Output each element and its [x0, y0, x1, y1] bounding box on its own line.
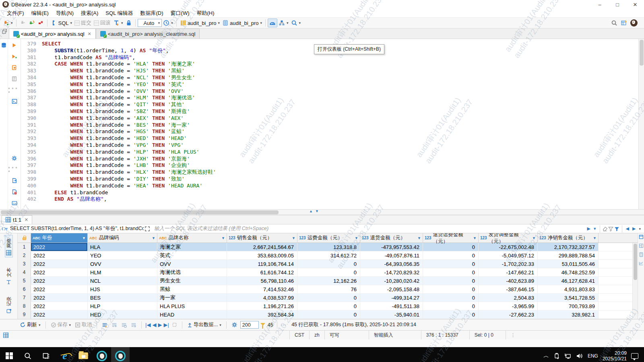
table-cell[interactable]: 0 — [423, 311, 479, 319]
nav-forward-icon[interactable]: ▶ — [631, 226, 637, 231]
table-cell[interactable]: 黑鲸 — [157, 285, 227, 293]
row-number[interactable]: 5 — [18, 277, 31, 285]
table-cell[interactable]: 61,616,744.12 — [227, 268, 297, 276]
table-cell[interactable]: 2022 — [31, 243, 88, 251]
schema-selector[interactable]: audit_bi_pro ▾ — [221, 19, 263, 27]
table-cell[interactable]: 0 — [423, 302, 479, 310]
dbeaver-perspective-icon[interactable] — [630, 19, 638, 27]
table-cell[interactable]: 0 — [297, 294, 360, 302]
table-row[interactable]: 52022NCL男生女生56,798,110.4612,162.26-10,28… — [18, 277, 638, 285]
table-cell[interactable]: -3,965.99 — [479, 302, 538, 310]
fetch-size-input[interactable]: 200 — [240, 321, 259, 329]
menu-window[interactable]: 窗口(W) — [167, 9, 193, 18]
reconnect-button[interactable] — [27, 19, 36, 27]
table-cell[interactable]: 2022 — [31, 311, 88, 319]
table-cell[interactable]: 7,414,532.46 — [227, 285, 297, 293]
column-filter-icon[interactable]: ▼ — [82, 236, 86, 240]
table-cell[interactable]: 46,127,628.41 — [538, 277, 599, 285]
taskbar-search-button[interactable] — [19, 347, 37, 362]
lock-button[interactable] — [124, 19, 133, 27]
table-cell[interactable]: -5,049,957.12 — [479, 251, 538, 259]
table-cell[interactable]: -35,940.01 — [360, 311, 423, 319]
table-cell[interactable]: HLA PLUS — [157, 302, 227, 310]
maximize-button[interactable]: □ — [609, 0, 626, 9]
toolbar-search-button[interactable]: ▾ — [290, 19, 302, 27]
maximize-results-icon[interactable] — [639, 234, 644, 239]
table-cell[interactable]: 2,504.83 — [479, 294, 538, 302]
menu-navigate[interactable]: 导航(N) — [52, 9, 77, 18]
last-page-button[interactable]: ▶| — [163, 322, 169, 328]
table-cell[interactable]: 2022 — [31, 294, 88, 302]
delete-row-button[interactable] — [130, 321, 138, 329]
table-cell[interactable]: 0 — [297, 311, 360, 319]
disconnect-button[interactable] — [19, 19, 27, 27]
commit-mode-combo[interactable]: Auto — [138, 19, 162, 27]
export-data-button[interactable]: 导出数据...▾ — [186, 321, 223, 329]
edit-row-button[interactable] — [101, 321, 109, 329]
invalidate-button[interactable] — [36, 19, 45, 27]
splitter-collapse-arrows[interactable]: ▲▼ — [309, 209, 319, 213]
table-cell[interactable]: NCL — [88, 277, 157, 285]
execute-new-tab-button[interactable] — [10, 53, 19, 60]
calc-panel-icon[interactable] — [639, 252, 644, 257]
filters-menu-icon[interactable] — [614, 226, 620, 232]
table-row[interactable]: 12022HLA海澜之家2,667,241,564.67123,318.8-47… — [18, 243, 638, 251]
close-button[interactable]: ✕ — [626, 0, 644, 9]
table-cell[interactable]: 76 — [297, 285, 360, 293]
status-caret-position[interactable]: 376 : 1 : 15337 — [421, 331, 469, 339]
table-cell[interactable]: 119,106,764.14 — [227, 260, 297, 268]
presentation-tab-text[interactable]: 文本 — [5, 265, 12, 286]
column-header-7[interactable]: 123退货运费金额（元）▼ — [423, 233, 479, 243]
table-cell[interactable]: 海澜优选 — [157, 268, 227, 276]
tray-expand-icon[interactable]: ︿ — [543, 352, 549, 360]
table-cell[interactable]: 123,318.8 — [297, 243, 360, 251]
menu-edit[interactable]: 编辑(E) — [28, 9, 52, 18]
filter-settings-icon[interactable] — [608, 226, 614, 232]
column-header-8[interactable]: 123发货调整金额（元）▼ — [479, 233, 538, 243]
table-cell[interactable]: HEAD — [157, 311, 227, 319]
table-row[interactable]: 72022BES海一家4,038,537.990-499,314.2702,50… — [18, 294, 638, 302]
table-row[interactable]: 82022HLPHLA PLUS1,196,271.260-491,511.38… — [18, 302, 638, 311]
results-tab-close-icon[interactable]: ✕ — [25, 217, 28, 222]
table-cell[interactable]: 2,667,241,564.67 — [227, 243, 297, 251]
rollback-button[interactable]: 回滚 — [93, 19, 112, 27]
table-cell[interactable]: -14,720,829.32 — [360, 268, 423, 276]
restore-panel-icon[interactable] — [2, 29, 7, 34]
table-cell[interactable]: 392,584.34 — [227, 311, 297, 319]
table-cell[interactable]: 12,162.26 — [297, 277, 360, 285]
column-filter-icon[interactable]: ▼ — [292, 236, 295, 240]
table-cell[interactable]: -402,623.89 — [479, 277, 538, 285]
row-number[interactable]: 1 — [18, 243, 31, 251]
column-header-2[interactable]: ABC品牌编码▼ — [88, 233, 157, 243]
transaction-mode-button[interactable]: ▾ — [112, 19, 124, 27]
table-cell[interactable]: 353,683,009.05 — [227, 251, 297, 259]
table-cell[interactable]: -2,095,158.48 — [360, 285, 423, 293]
prev-page-button[interactable]: ◀ — [152, 322, 156, 328]
table-row[interactable]: 62022HJS黑鲸7,414,532.4676-2,095,158.480-3… — [18, 285, 638, 294]
table-cell[interactable]: 314,612.72 — [297, 251, 360, 259]
table-cell[interactable]: -147,662.21 — [479, 268, 538, 276]
column-filter-icon[interactable]: ▼ — [473, 236, 477, 240]
table-cell[interactable]: -49,057,876.11 — [360, 251, 423, 259]
column-filter-icon[interactable]: ▼ — [221, 236, 225, 240]
transaction-log-button[interactable]: ▾ — [162, 19, 174, 27]
table-cell[interactable]: 2022 — [31, 260, 88, 268]
row-number[interactable]: 9 — [18, 311, 31, 319]
editor-settings-button[interactable] — [10, 154, 19, 162]
table-cell[interactable]: 4,038,537.99 — [227, 294, 297, 302]
value-viewer-icon[interactable] — [639, 261, 644, 266]
row-number[interactable]: 4 — [18, 268, 31, 276]
table-cell[interactable]: 2022 — [31, 302, 88, 310]
usb-tray-icon[interactable] — [553, 353, 560, 359]
task-view-button[interactable] — [37, 347, 56, 362]
table-cell[interactable]: 0 — [297, 268, 360, 276]
result-grid[interactable]: ABC年份▼ABC品牌编码▼ABC品牌名称▼123销售金额（元）▼123运费金额… — [18, 233, 638, 319]
table-cell[interactable]: BES — [88, 294, 157, 302]
editor-vertical-scrollbar[interactable] — [638, 39, 644, 209]
volume-tray-icon[interactable] — [576, 353, 583, 359]
menu-file[interactable]: 文件(F) — [3, 9, 28, 18]
column-filter-icon[interactable]: ▼ — [152, 236, 155, 240]
fetch-all-button[interactable] — [171, 321, 178, 328]
database-selector[interactable]: audit_bi_pro ▾ — [179, 19, 221, 27]
erase-filter-icon[interactable] — [602, 226, 608, 232]
